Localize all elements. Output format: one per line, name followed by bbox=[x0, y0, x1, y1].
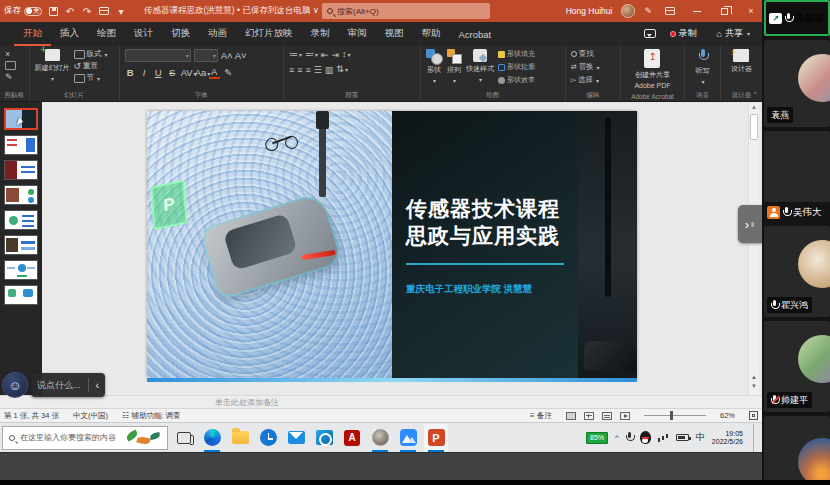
tray-mic-icon[interactable] bbox=[626, 432, 633, 443]
participant-tile-active[interactable]: ↗ 洪慧慧 bbox=[764, 0, 830, 36]
share-button[interactable]: ⌂共享 bbox=[711, 25, 756, 42]
autosave-toggle[interactable]: 保存 关 bbox=[4, 5, 42, 17]
thumbnail-slide-1[interactable] bbox=[4, 108, 38, 130]
ribbon-display-options-icon[interactable] bbox=[661, 2, 679, 20]
align-right-icon[interactable]: ≡ bbox=[305, 65, 310, 75]
thumbnail-slide-5[interactable] bbox=[4, 210, 38, 230]
slideshow-view-icon[interactable] bbox=[620, 412, 630, 420]
tab-record[interactable]: 录制 bbox=[302, 22, 339, 46]
tab-help[interactable]: 帮助 bbox=[413, 22, 450, 46]
thumbnail-slide-6[interactable] bbox=[4, 235, 38, 255]
tab-transitions[interactable]: 切换 bbox=[162, 22, 199, 46]
select-button[interactable]: ▻选择 bbox=[571, 75, 600, 85]
previous-slide-icon[interactable]: ▲ bbox=[751, 374, 757, 380]
slide-editing-area[interactable]: P 传感器技术课程 思政与应用实践 重庆电子工程职业学院 洪慧慧 bbox=[42, 102, 762, 395]
shape-fill-button[interactable]: 形状填充 bbox=[498, 49, 535, 59]
italic-button[interactable]: I bbox=[139, 67, 150, 78]
shapes-button[interactable]: 形状 bbox=[426, 49, 442, 84]
change-case-icon[interactable]: Aa bbox=[195, 67, 206, 78]
arrange-button[interactable]: 排列 bbox=[446, 49, 462, 84]
cut-icon[interactable]: × bbox=[5, 49, 16, 59]
file-explorer-icon[interactable] bbox=[228, 424, 252, 452]
slide-canvas[interactable]: P 传感器技术课程 思政与应用实践 重庆电子工程职业学院 洪慧慧 bbox=[147, 111, 637, 379]
thumbnail-slide-4[interactable] bbox=[4, 185, 38, 205]
participant-tile[interactable]: 袁燕 bbox=[764, 40, 830, 127]
copy-icon[interactable] bbox=[5, 61, 16, 70]
align-center-icon[interactable]: ≡ bbox=[297, 65, 302, 75]
bullets-icon[interactable]: ≔ bbox=[289, 49, 302, 60]
edge-browser-icon[interactable] bbox=[200, 424, 224, 452]
numbering-icon[interactable]: ≕ bbox=[305, 49, 318, 60]
align-left-icon[interactable]: ≡ bbox=[289, 65, 294, 75]
bold-button[interactable]: B bbox=[125, 67, 136, 78]
chat-collapse-icon[interactable]: ‹ bbox=[96, 379, 100, 391]
tab-design[interactable]: 设计 bbox=[125, 22, 162, 46]
new-slide-button[interactable]: 新建幻灯片 bbox=[35, 49, 70, 82]
ink-pen-icon[interactable]: ✎ bbox=[644, 6, 652, 16]
account-avatar[interactable] bbox=[621, 4, 635, 18]
quick-styles-button[interactable]: 快速样式 bbox=[466, 49, 494, 83]
create-pdf-button[interactable]: 创建并共享Adobe PDF bbox=[634, 49, 670, 89]
language-indicator[interactable]: 中文(中国) bbox=[73, 411, 108, 421]
notes-toggle-button[interactable]: ≡ 备注 bbox=[530, 411, 552, 421]
tab-slideshow[interactable]: 幻灯片放映 bbox=[236, 22, 302, 46]
task-view-icon[interactable] bbox=[172, 424, 196, 452]
font-size-select[interactable] bbox=[194, 49, 218, 62]
slide-sorter-view-icon[interactable] bbox=[584, 412, 594, 420]
normal-view-icon[interactable] bbox=[566, 412, 576, 420]
tab-acrobat[interactable]: Acrobat bbox=[450, 24, 501, 46]
replace-button[interactable]: ⇄替换 bbox=[571, 62, 600, 72]
undo-icon[interactable]: ↶ bbox=[64, 5, 76, 17]
shape-outline-button[interactable]: 形状轮廓 bbox=[498, 62, 535, 72]
network-icon[interactable] bbox=[658, 433, 669, 442]
participant-tile[interactable]: 吴伟大 bbox=[764, 131, 830, 222]
outlook-icon[interactable] bbox=[312, 424, 336, 452]
next-slide-icon[interactable]: ▼ bbox=[751, 383, 757, 389]
participant-tile[interactable]: 帅建平 bbox=[764, 321, 830, 412]
line-spacing-icon[interactable]: ↕ bbox=[342, 49, 351, 60]
qat-customize-icon[interactable]: ▾ bbox=[115, 5, 127, 17]
battery-percent-badge[interactable]: 85% bbox=[586, 432, 608, 444]
scrollbar-thumb[interactable] bbox=[750, 114, 758, 140]
shape-effects-button[interactable]: 形状效果 bbox=[498, 75, 535, 85]
tab-home[interactable]: 开始 bbox=[14, 22, 51, 46]
acrobat-icon[interactable]: A bbox=[340, 424, 364, 452]
scroll-up-icon[interactable]: ▲ bbox=[751, 104, 757, 110]
thumbnail-slide-3[interactable] bbox=[4, 160, 38, 180]
record-button[interactable]: 录制 bbox=[664, 25, 703, 42]
fit-to-window-icon[interactable] bbox=[749, 411, 758, 420]
taskbar-search-box[interactable] bbox=[2, 426, 168, 450]
search-bar[interactable] bbox=[322, 3, 490, 19]
save-icon[interactable] bbox=[47, 5, 59, 17]
qq-tray-icon[interactable] bbox=[640, 431, 651, 444]
layout-button[interactable]: 版式 bbox=[74, 49, 108, 59]
taskbar-search-input[interactable] bbox=[20, 433, 118, 442]
accessibility-status[interactable]: ☷ 辅助功能: 调查 bbox=[122, 411, 181, 421]
reading-view-icon[interactable] bbox=[602, 412, 612, 420]
collapse-ribbon-icon[interactable]: ⌃ bbox=[752, 91, 758, 99]
underline-button[interactable]: U bbox=[153, 67, 164, 78]
zoom-level[interactable]: 62% bbox=[720, 411, 735, 420]
participant-tile[interactable] bbox=[764, 416, 830, 480]
tab-draw[interactable]: 绘图 bbox=[88, 22, 125, 46]
notes-pane[interactable]: 单击此处添加备注 bbox=[0, 395, 762, 408]
battery-icon[interactable] bbox=[676, 434, 689, 441]
justify-icon[interactable]: ☰ bbox=[314, 65, 322, 75]
section-button[interactable]: 节 bbox=[74, 73, 108, 83]
text-direction-icon[interactable]: ⇅ bbox=[336, 64, 348, 75]
meeting-float-avatar-icon[interactable]: ☺ bbox=[2, 372, 28, 398]
close-button[interactable]: × bbox=[742, 2, 760, 20]
minimize-button[interactable] bbox=[688, 2, 706, 20]
dictate-button[interactable]: 听写 bbox=[696, 49, 710, 85]
meeting-app-icon[interactable] bbox=[368, 424, 392, 452]
redo-icon[interactable]: ↷ bbox=[81, 5, 93, 17]
meeting-panel-expand-handle[interactable]: › ‖ bbox=[738, 205, 762, 243]
strikethrough-button[interactable]: S bbox=[167, 67, 178, 78]
tab-view[interactable]: 视图 bbox=[376, 22, 413, 46]
restore-button[interactable] bbox=[715, 2, 733, 20]
account-name[interactable]: Hong Huihui bbox=[566, 6, 613, 16]
ime-indicator[interactable]: 中 bbox=[696, 431, 705, 444]
outdent-icon[interactable]: ⇤ bbox=[321, 50, 329, 60]
font-color-icon[interactable]: A bbox=[209, 66, 220, 79]
columns-icon[interactable]: ▥ bbox=[325, 65, 334, 75]
